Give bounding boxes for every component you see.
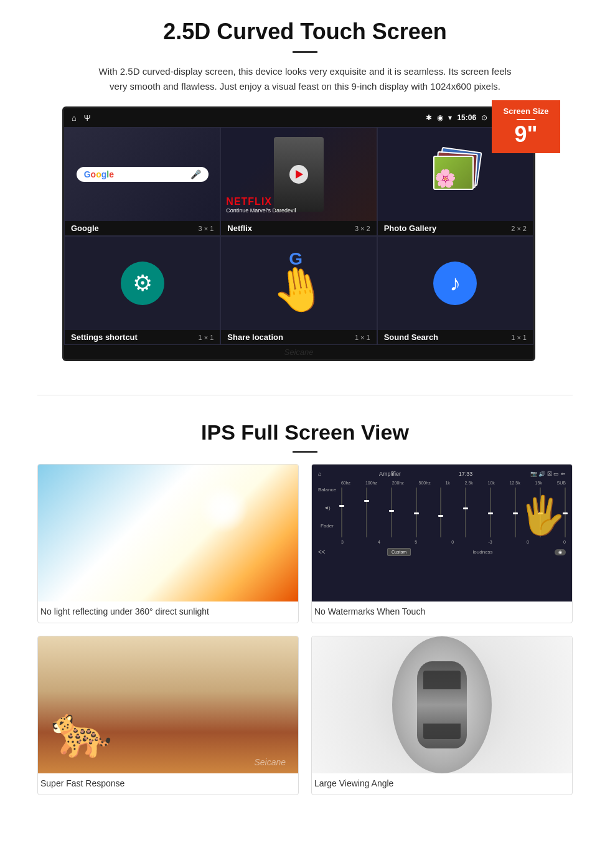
flower-icon: 🌸	[434, 168, 456, 189]
screen-size-badge: Screen Size 9"	[492, 100, 560, 153]
eq-thumb-7	[488, 512, 493, 514]
amp-time: 17:33	[459, 471, 473, 477]
status-bar: 15:06	[64, 108, 533, 127]
car-top-image	[312, 636, 572, 773]
image-box-car-top: Large Viewing Angle	[311, 636, 573, 795]
mic-icon[interactable]: 🎤	[190, 169, 201, 179]
section1-title: 2.5D Curved Touch Screen	[37, 19, 573, 45]
amp-status-icons: 📷 🔊 ☒ ▭ ⇐	[530, 471, 566, 477]
music-note-icon: ♪	[449, 270, 461, 296]
app-grid-row2: ⚙ Settings shortcut 1 × 1 G	[64, 236, 533, 345]
android-screen: 15:06 Google	[62, 106, 535, 361]
app-cell-share-location[interactable]: G 🤚 Share location 1 × 1	[220, 236, 377, 345]
share-location-bg: G 🤚	[221, 237, 376, 330]
settings-bg: ⚙	[65, 237, 220, 330]
amp-db-labels: 3450-300	[341, 540, 566, 544]
camera-icon	[481, 113, 487, 122]
device-mockup: Screen Size 9" 15:06	[62, 106, 548, 361]
eq-thumb-1	[339, 505, 344, 507]
eq-thumb-4	[414, 512, 419, 514]
amp-loudness-toggle[interactable]: ◉	[555, 549, 566, 555]
section2-title: IPS Full Screen View	[37, 420, 573, 445]
netflix-subtitle: Continue Marvel's Daredevil	[226, 207, 296, 214]
app-cell-settings[interactable]: ⚙ Settings shortcut 1 × 1	[64, 236, 220, 345]
badge-size-text: 9"	[497, 123, 555, 146]
amp-title-text: Amplifier	[379, 471, 401, 477]
status-time: 15:06	[457, 113, 476, 122]
amp-hand-icon: 🖐	[519, 493, 566, 537]
eq-slider-1[interactable]	[341, 488, 342, 537]
amp-sliders: 🖐	[341, 488, 566, 537]
section1-description: With 2.5D curved-display screen, this de…	[93, 64, 517, 94]
google-app-grid: 3 × 1	[199, 225, 214, 232]
eq-thumb-8	[513, 512, 518, 514]
sound-search-app-name: Sound Search	[384, 333, 438, 342]
loc-icon	[437, 113, 443, 122]
section2: IPS Full Screen View No light reflecting…	[0, 414, 610, 820]
netflix-app-grid: 3 × 2	[355, 225, 370, 232]
sunlight-caption: No light reflecting under 360° direct su…	[38, 601, 298, 623]
seicane-watermark: Seicane	[254, 757, 286, 767]
usb-icon	[84, 113, 91, 123]
car-top-caption: Large Viewing Angle	[312, 773, 572, 795]
device-watermark: Seicane	[64, 345, 533, 359]
eq-slider-5[interactable]	[440, 488, 441, 537]
amp-custom-button[interactable]: Custom	[387, 548, 411, 556]
section1-title-divider	[293, 51, 317, 53]
amp-equalizer-area: 60hz100hz200hz500hz1k2.5k10k12.5k15kSUB	[341, 481, 566, 544]
netflix-label-row: Netflix 3 × 2	[221, 221, 376, 235]
amp-status-bar: ⌂ Amplifier 17:33 📷 🔊 ☒ ▭ ⇐	[318, 471, 566, 477]
badge-divider	[517, 119, 535, 120]
image-grid: No light reflecting under 360° direct su…	[37, 464, 573, 795]
app-cell-google[interactable]: Google 🎤 Google 3 × 1	[64, 127, 220, 236]
music-icon-circle: ♪	[433, 262, 477, 305]
app-cell-sound-search[interactable]: ♪ Sound Search 1 × 1	[377, 236, 533, 345]
photo-gallery-app-name: Photo Gallery	[384, 224, 437, 233]
sound-search-label-row: Sound Search 1 × 1	[378, 330, 533, 344]
google-search-bar[interactable]: Google 🎤	[77, 167, 209, 182]
netflix-logo-text: NETFLIX	[226, 196, 296, 207]
photo-gallery-label-row: Photo Gallery 2 × 2	[378, 221, 533, 235]
eq-thumb-3	[389, 510, 394, 512]
cheetah-image: 🐆 Seicane	[38, 636, 298, 773]
amplifier-caption: No Watermarks When Touch	[312, 601, 572, 623]
eq-thumb-6	[463, 507, 468, 509]
play-button[interactable]	[289, 165, 308, 184]
eq-slider-4[interactable]	[416, 488, 417, 537]
google-app-name: Google	[71, 224, 99, 233]
cheetah-caption: Super Fast Response	[38, 773, 298, 795]
amp-prev-icon[interactable]: <<	[318, 549, 326, 555]
badge-title-text: Screen Size	[497, 106, 555, 116]
bt-icon	[426, 113, 432, 122]
amp-home-icon: ⌂	[318, 471, 321, 477]
gear-icon: ⚙	[133, 270, 152, 296]
eq-slider-6[interactable]	[465, 488, 466, 537]
photo-stack: 🌸	[430, 149, 480, 199]
amplifier-image: ⌂ Amplifier 17:33 📷 🔊 ☒ ▭ ⇐ Balance ◄) F…	[312, 465, 572, 601]
amp-freq-labels: 60hz100hz200hz500hz1k2.5k10k12.5k15kSUB	[341, 481, 566, 485]
eq-thumb-2	[364, 500, 369, 502]
eq-slider-2[interactable]	[366, 488, 367, 537]
sunlight-image	[38, 465, 298, 601]
section1: 2.5D Curved Touch Screen With 2.5D curve…	[0, 0, 610, 376]
sound-search-bg: ♪	[378, 237, 533, 330]
eq-thumb-5	[438, 515, 443, 517]
amp-side-labels: Balance ◄) Fader	[318, 487, 336, 529]
netflix-bg: NETFLIX Continue Marvel's Daredevil	[221, 128, 376, 221]
home-icon[interactable]	[72, 113, 77, 123]
eq-slider-7[interactable]	[490, 488, 491, 537]
app-cell-netflix[interactable]: NETFLIX Continue Marvel's Daredevil Netf…	[220, 127, 377, 236]
sound-search-app-grid: 1 × 1	[511, 334, 527, 341]
app-grid-row1: Google 🎤 Google 3 × 1	[64, 127, 533, 236]
photo-card-3: 🌸	[433, 156, 474, 190]
sun-glow	[199, 483, 248, 533]
hand-pointing-icon: 🤚	[268, 260, 330, 319]
cheetah-emoji: 🐆	[50, 702, 113, 761]
google-logo: Google	[84, 169, 114, 179]
image-box-sunlight: No light reflecting under 360° direct su…	[37, 464, 299, 623]
settings-app-grid: 1 × 1	[199, 334, 214, 341]
eq-slider-8[interactable]	[515, 488, 516, 537]
share-location-app-grid: 1 × 1	[355, 334, 370, 341]
eq-slider-3[interactable]	[391, 488, 392, 537]
amp-loudness-label: loudness	[473, 549, 493, 555]
